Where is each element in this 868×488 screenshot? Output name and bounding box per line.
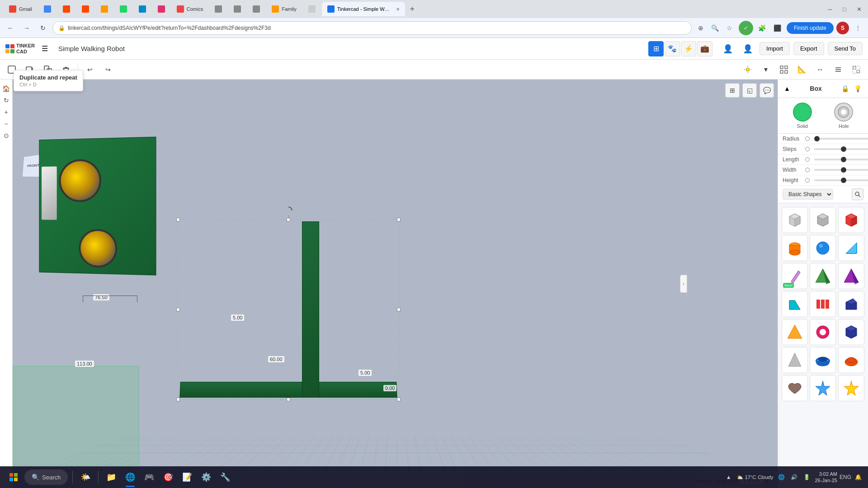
group-button[interactable] bbox=[848, 61, 864, 78]
handle-left[interactable] bbox=[176, 308, 180, 311]
open-tab-button[interactable]: ⊕ bbox=[694, 22, 707, 34]
handle-bl[interactable] bbox=[176, 398, 180, 401]
steps-slider[interactable] bbox=[814, 148, 868, 150]
shape-item-dark-blue[interactable] bbox=[838, 291, 864, 317]
hole-option[interactable]: Hole bbox=[834, 103, 853, 129]
reload-button[interactable]: ↻ bbox=[36, 21, 50, 35]
tab-all1[interactable] bbox=[209, 2, 227, 16]
home-nav-button[interactable]: 🏠 bbox=[1, 83, 12, 94]
tab-reddit2[interactable] bbox=[76, 2, 94, 16]
collapse-box-button[interactable]: ▲ bbox=[783, 84, 792, 93]
extension-puzzle-icon[interactable]: 🧩 bbox=[756, 22, 769, 34]
shape-item-gold-star[interactable] bbox=[838, 375, 864, 401]
redo-button[interactable]: ↪ bbox=[100, 61, 116, 78]
bookmark-button[interactable]: ☆ bbox=[723, 22, 736, 34]
close-button[interactable]: ✕ bbox=[854, 4, 864, 14]
viewport[interactable]: FRONT bbox=[13, 80, 778, 488]
shape-item-blue-star[interactable] bbox=[810, 375, 836, 401]
tab-whatsapp[interactable] bbox=[114, 2, 132, 16]
vertical-bar-shape[interactable] bbox=[302, 221, 319, 398]
new-tab-button[interactable]: + bbox=[406, 3, 419, 15]
sys-network-icon[interactable]: 🌐 bbox=[777, 473, 786, 482]
taskbar-extra[interactable]: 🔧 bbox=[217, 469, 233, 485]
tab-newtab[interactable] bbox=[303, 2, 321, 16]
tab-tinkercad[interactable]: Tinkercad - Simple Walk... ✕ bbox=[322, 2, 405, 16]
light-dropdown-button[interactable]: ▾ bbox=[758, 61, 774, 78]
tinkercad-logo[interactable]: TINKERCAD bbox=[5, 43, 35, 54]
zoom-in-button[interactable]: + bbox=[1, 107, 12, 117]
taskbar-word[interactable]: 📝 bbox=[179, 469, 195, 485]
tab-amazon[interactable] bbox=[95, 2, 113, 16]
shape-item-green-pyramid[interactable] bbox=[810, 263, 836, 289]
suitcase-view-button[interactable]: 💼 bbox=[697, 41, 712, 56]
forward-button[interactable]: → bbox=[20, 21, 33, 35]
shape-item-yellow-pyramid[interactable] bbox=[782, 319, 808, 345]
length-slider[interactable] bbox=[814, 159, 868, 160]
shape-item-cylinder[interactable] bbox=[810, 207, 836, 233]
lock-box-button[interactable]: 🔒 bbox=[840, 83, 851, 94]
robot-body-shape[interactable] bbox=[39, 137, 156, 276]
shape-item-teal-wedge[interactable] bbox=[782, 291, 808, 317]
taskbar-settings[interactable]: ⚙️ bbox=[198, 469, 214, 485]
handle-top[interactable] bbox=[287, 218, 290, 221]
shape-item-pencil[interactable]: New! bbox=[782, 263, 808, 289]
shape-item-orange-torus[interactable] bbox=[838, 347, 864, 373]
tab-telegram[interactable] bbox=[133, 2, 151, 16]
weather-widget[interactable]: ⛅ 17°C Cloudy bbox=[737, 474, 774, 480]
undo-button[interactable]: ↩ bbox=[82, 61, 98, 78]
shape-item-orange-cylinder[interactable] bbox=[782, 235, 808, 261]
export-button[interactable]: Export bbox=[793, 42, 824, 55]
taskbar-search-box[interactable]: 🔍 Search bbox=[24, 469, 68, 485]
length-dot[interactable] bbox=[805, 157, 810, 162]
user-account-button[interactable]: 👤 bbox=[740, 41, 756, 57]
taskbar-steam[interactable]: 🎮 bbox=[141, 469, 157, 485]
import-button[interactable]: Import bbox=[760, 42, 790, 55]
taskbar-file-explorer[interactable]: 📁 bbox=[103, 469, 119, 485]
tab-instagram[interactable] bbox=[152, 2, 170, 16]
back-button[interactable]: ← bbox=[4, 21, 17, 35]
url-bar[interactable]: 🔒 tinkercad.com/things/dSAIcWYfPe/edit?r… bbox=[52, 21, 692, 35]
solid-option[interactable]: Solid bbox=[793, 103, 812, 129]
shape-item-gray-cone[interactable] bbox=[782, 347, 808, 373]
shape-item-blue-sphere[interactable] bbox=[810, 235, 836, 261]
taskbar-chrome[interactable]: 🌐 bbox=[122, 469, 138, 485]
rotation-handle[interactable] bbox=[284, 206, 293, 219]
width-slider[interactable] bbox=[814, 169, 868, 171]
browser-profile-icon[interactable]: ✓ bbox=[739, 21, 753, 35]
light-box-button[interactable]: 💡 bbox=[853, 83, 863, 94]
paw-view-button[interactable]: 🐾 bbox=[665, 41, 680, 56]
radius-dot[interactable] bbox=[805, 136, 810, 141]
shape-item-red-box[interactable] bbox=[838, 207, 864, 233]
system-clock[interactable]: 3:02 AM 26-Jan-25 bbox=[815, 471, 837, 484]
shapes-search-button[interactable] bbox=[852, 188, 863, 200]
shape-item-purple-pyramid[interactable] bbox=[838, 263, 864, 289]
3d-view-button[interactable]: ⊞ bbox=[648, 41, 664, 56]
mirror-button[interactable]: ↔ bbox=[812, 61, 828, 78]
sys-battery-icon[interactable]: 🔋 bbox=[802, 473, 811, 482]
tab-all2[interactable] bbox=[228, 2, 246, 16]
shapes-category-dropdown[interactable]: Basic Shapes bbox=[783, 189, 833, 200]
sys-show-hidden-icons[interactable]: ▲ bbox=[724, 473, 733, 482]
extension-icon[interactable]: ⬛ bbox=[771, 22, 784, 34]
perspective-grid-button[interactable]: ⊞ bbox=[725, 83, 740, 98]
wheel-top-shape[interactable] bbox=[59, 159, 101, 202]
finish-update-button[interactable]: Finish update bbox=[787, 22, 834, 34]
handle-br[interactable] bbox=[397, 398, 401, 401]
browser-menu-button[interactable]: ⋮ bbox=[852, 22, 864, 34]
tab-gmail[interactable]: Gmail bbox=[4, 2, 38, 16]
horizontal-bar-shape[interactable] bbox=[179, 382, 397, 398]
shape-item-red-fancy[interactable] bbox=[810, 291, 836, 317]
sys-sound-icon[interactable]: 🔊 bbox=[789, 473, 798, 482]
right-sidebar-toggle[interactable]: › bbox=[680, 275, 687, 293]
fit-all-button[interactable]: ⊙ bbox=[1, 130, 12, 141]
hamburger-menu-button[interactable]: ☰ bbox=[38, 42, 51, 55]
radius-slider[interactable] bbox=[814, 138, 868, 140]
tab-comics[interactable]: Comics bbox=[171, 2, 209, 16]
minimize-button[interactable]: ─ bbox=[825, 4, 835, 14]
zoom-button[interactable]: 🔍 bbox=[709, 22, 722, 34]
user-profile-icon[interactable]: S bbox=[836, 22, 849, 34]
shape-item-pink-donut[interactable] bbox=[810, 319, 836, 345]
align-button[interactable] bbox=[830, 61, 846, 78]
handle-bottom[interactable] bbox=[287, 398, 290, 401]
layers-view-button[interactable]: ⚡ bbox=[681, 41, 696, 56]
